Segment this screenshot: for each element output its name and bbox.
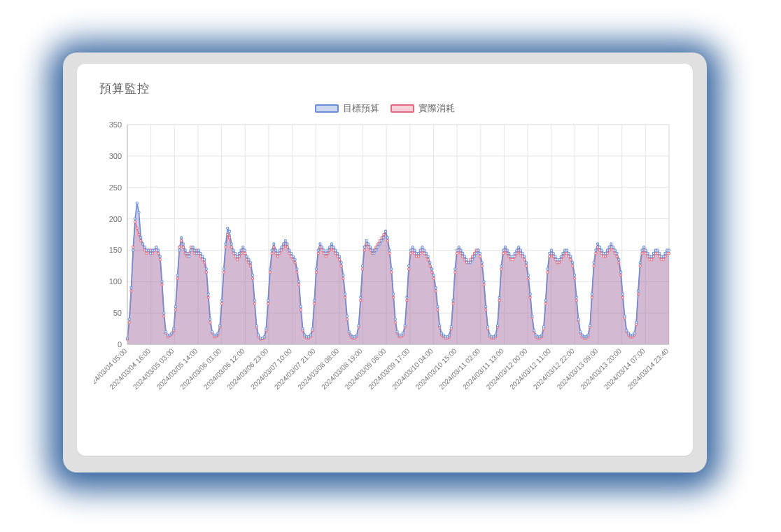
svg-point-93 <box>178 246 181 248</box>
svg-point-250 <box>481 265 483 267</box>
svg-point-509 <box>437 306 439 308</box>
svg-point-612 <box>635 321 638 323</box>
svg-point-467 <box>356 334 358 336</box>
svg-point-426 <box>276 252 279 254</box>
svg-point-601 <box>614 249 616 251</box>
svg-point-457 <box>337 252 339 254</box>
svg-point-322 <box>620 274 622 276</box>
svg-point-323 <box>621 296 624 298</box>
svg-point-506 <box>431 268 433 270</box>
svg-point-154 <box>296 271 298 273</box>
svg-text:350: 350 <box>109 120 122 129</box>
svg-point-120 <box>230 246 232 248</box>
svg-point-409 <box>244 249 246 251</box>
svg-point-399 <box>225 243 227 245</box>
svg-text:2024/03/05 14:00: 2024/03/05 14:00 <box>155 346 199 391</box>
svg-point-202 <box>388 252 390 254</box>
svg-point-596 <box>605 252 607 254</box>
svg-point-363 <box>155 246 157 248</box>
svg-point-224 <box>431 271 433 273</box>
svg-point-578 <box>570 255 572 258</box>
svg-point-375 <box>178 249 181 251</box>
svg-point-380 <box>188 255 190 258</box>
svg-point-307 <box>591 296 593 298</box>
svg-point-357 <box>143 246 146 248</box>
svg-text:300: 300 <box>109 152 122 160</box>
svg-point-130 <box>250 265 252 267</box>
svg-point-252 <box>485 309 487 311</box>
svg-point-535 <box>486 326 488 328</box>
svg-text:2024/03/06 23:00: 2024/03/06 23:00 <box>225 346 269 391</box>
svg-point-626 <box>662 255 664 258</box>
svg-point-408 <box>242 246 244 248</box>
svg-point-106 <box>204 262 206 264</box>
svg-point-156 <box>300 309 302 311</box>
budget-chart[interactable]: 0501001502002503003502024/03/04 05:00202… <box>94 120 676 428</box>
svg-point-500 <box>419 249 421 251</box>
svg-point-422 <box>269 268 271 270</box>
svg-point-69 <box>132 246 134 248</box>
svg-point-532 <box>481 262 483 264</box>
svg-point-84 <box>161 284 163 286</box>
legend-swatch-icon <box>390 104 414 113</box>
svg-point-492 <box>404 324 406 326</box>
svg-point-624 <box>659 252 661 254</box>
svg-point-606 <box>624 315 626 317</box>
chart-legend: 目標預算 實際消耗 <box>94 102 676 115</box>
svg-point-565 <box>544 300 547 302</box>
legend-item-actual[interactable]: 實際消耗 <box>390 102 455 115</box>
svg-point-504 <box>427 255 429 258</box>
svg-point-428 <box>281 246 283 248</box>
svg-point-529 <box>475 252 477 254</box>
svg-point-251 <box>483 284 485 286</box>
svg-point-483 <box>386 237 388 239</box>
svg-point-372 <box>173 328 175 330</box>
svg-point-201 <box>386 239 388 241</box>
svg-point-355 <box>140 237 142 239</box>
svg-point-388 <box>204 258 206 260</box>
svg-point-400 <box>227 227 229 229</box>
svg-point-536 <box>488 334 491 336</box>
svg-point-542 <box>500 265 502 267</box>
svg-point-460 <box>342 274 344 276</box>
svg-point-591 <box>595 249 597 251</box>
svg-point-598 <box>608 246 610 248</box>
svg-point-70 <box>134 220 136 223</box>
svg-point-610 <box>631 334 633 336</box>
svg-point-487 <box>394 318 396 321</box>
svg-point-374 <box>176 274 178 276</box>
svg-point-618 <box>647 252 649 254</box>
svg-point-132 <box>253 302 255 304</box>
svg-point-520 <box>458 246 460 248</box>
svg-point-433 <box>290 252 293 254</box>
svg-point-290 <box>558 262 560 264</box>
svg-point-587 <box>587 334 589 336</box>
svg-point-538 <box>493 336 495 338</box>
svg-point-379 <box>186 252 188 254</box>
svg-point-333 <box>641 252 643 254</box>
svg-point-574 <box>562 252 564 254</box>
svg-point-579 <box>572 262 574 264</box>
svg-point-405 <box>236 255 238 258</box>
svg-point-94 <box>181 239 183 241</box>
svg-point-480 <box>381 239 383 241</box>
svg-point-452 <box>327 249 329 251</box>
svg-point-493 <box>406 296 408 298</box>
svg-point-404 <box>234 252 237 254</box>
svg-point-611 <box>633 332 635 334</box>
svg-point-451 <box>325 252 327 254</box>
svg-point-140 <box>269 271 271 273</box>
svg-point-225 <box>432 277 435 279</box>
svg-point-507 <box>432 274 435 276</box>
svg-point-223 <box>429 265 431 267</box>
svg-point-350 <box>130 287 132 289</box>
legend-item-target[interactable]: 目標預算 <box>315 102 379 115</box>
svg-point-563 <box>541 334 543 336</box>
svg-point-455 <box>332 246 335 248</box>
svg-point-541 <box>498 296 500 298</box>
svg-point-71 <box>136 227 138 229</box>
svg-point-376 <box>181 237 183 239</box>
svg-point-524 <box>465 258 467 260</box>
svg-point-118 <box>227 233 229 235</box>
svg-point-406 <box>238 252 240 254</box>
